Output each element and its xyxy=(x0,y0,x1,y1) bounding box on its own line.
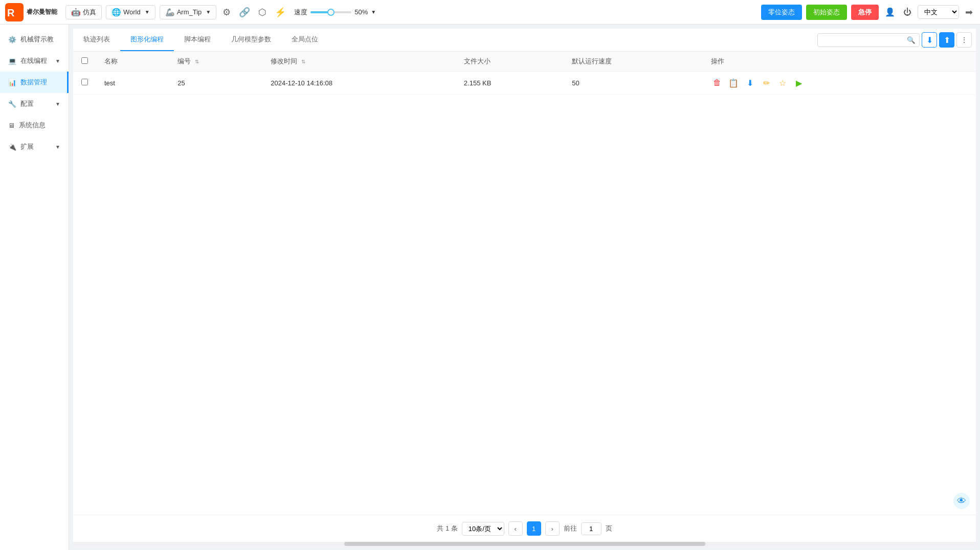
row-speed: 50 xyxy=(564,72,703,95)
speed-chevron-down[interactable]: ▼ xyxy=(371,9,376,15)
tab-graphic[interactable]: 图形化编程 xyxy=(120,29,174,51)
speed-control: 速度 50% ▼ xyxy=(294,8,376,17)
search-input[interactable] xyxy=(817,33,920,47)
goto-page-input[interactable] xyxy=(581,522,602,535)
logout-button[interactable]: ➡ xyxy=(963,5,975,20)
sidebar-item-config[interactable]: 🔧 配置 ▼ xyxy=(0,93,69,114)
speed-value: 50% xyxy=(354,8,368,16)
sort-modified-icon[interactable]: ⇅ xyxy=(301,59,305,64)
tab-script[interactable]: 脚本编程 xyxy=(174,29,221,51)
edit-button[interactable]: 📋 xyxy=(727,77,740,89)
arm-icon: 🦾 xyxy=(165,8,175,17)
sidebar-label-sysinfo: 系统信息 xyxy=(19,121,46,130)
svg-text:R: R xyxy=(7,7,15,18)
config-chevron-icon: ▼ xyxy=(55,101,60,107)
nav-icon-2[interactable]: 🔗 xyxy=(237,5,252,20)
online-chevron-icon: ▼ xyxy=(55,58,60,64)
extend-icon: 🔌 xyxy=(8,143,16,151)
world-dropdown[interactable]: 🌐 World ▼ xyxy=(106,5,155,19)
col-id-label: 编号 xyxy=(177,57,191,65)
row-download-button[interactable]: ⬇ xyxy=(744,77,756,89)
th-name: 名称 xyxy=(96,52,169,72)
page-unit: 页 xyxy=(606,524,612,533)
col-actions-label: 操作 xyxy=(711,57,724,65)
sim-button[interactable]: 🤖 仿真 xyxy=(65,5,102,19)
sort-id-icon[interactable]: ⇅ xyxy=(195,59,199,64)
row-modified-value: 2024-12-10 14:16:08 xyxy=(271,79,332,87)
bottom-scrollbar[interactable] xyxy=(73,542,976,546)
tab-trajectory[interactable]: 轨迹列表 xyxy=(73,29,120,51)
run-button[interactable]: ▶ xyxy=(793,77,805,89)
sidebar-label-extend: 扩展 xyxy=(20,142,34,151)
world-icon: 🌐 xyxy=(112,8,121,17)
nav-icon-3[interactable]: ⬡ xyxy=(256,5,269,20)
table-header: 名称 编号 ⇅ 修改时间 ⇅ 文件大小 xyxy=(73,52,976,72)
download-btn[interactable]: ⬇ xyxy=(922,32,937,48)
sidebar-item-data[interactable]: 📊 数据管理 xyxy=(0,72,69,93)
sub-tabs: 轨迹列表 图形化编程 脚本编程 几何模型参数 全局点位 🔍 ⬇ ⬆ ⋮ xyxy=(73,29,976,52)
table-row: test 25 2024-12-10 14:16:08 2.155 KB 50 xyxy=(73,72,976,95)
estop-button[interactable]: 急停 xyxy=(851,5,879,20)
logo-icon: R xyxy=(5,3,24,21)
prev-icon: ‹ xyxy=(515,525,517,533)
data-icon: 📊 xyxy=(8,79,16,86)
init-pose-button[interactable]: 初始姿态 xyxy=(806,5,847,20)
mechanical-icon: ⚙️ xyxy=(8,36,16,43)
table-wrap: 名称 编号 ⇅ 修改时间 ⇅ 文件大小 xyxy=(73,52,976,515)
user-icon-btn[interactable]: 👤 xyxy=(883,5,897,19)
language-select[interactable]: 中文 English xyxy=(918,5,959,19)
page-1-label: 1 xyxy=(532,525,536,533)
row-checkbox[interactable] xyxy=(81,79,88,85)
arm-label: Arm_Tip xyxy=(177,8,202,16)
config-icon: 🔧 xyxy=(8,100,16,108)
zero-pose-button[interactable]: 零位姿态 xyxy=(761,5,802,20)
favorite-button[interactable]: ☆ xyxy=(776,77,789,89)
arm-dropdown[interactable]: 🦾 Arm_Tip ▼ xyxy=(160,5,217,19)
sidebar-item-online[interactable]: 💻 在线编程 ▼ xyxy=(0,50,69,72)
rename-button[interactable]: ✏ xyxy=(760,77,772,89)
pagination-bar: 共 1 条 10条/页 20条/页 50条/页 ‹ 1 › 前往 页 xyxy=(73,515,976,542)
sidebar-label-online: 在线编程 xyxy=(20,56,47,65)
row-modified: 2024-12-10 14:16:08 xyxy=(262,72,455,95)
tab-globalpos[interactable]: 全局点位 xyxy=(281,29,328,51)
next-icon: › xyxy=(551,525,553,533)
top-nav: R 睿尔曼智能 🤖 仿真 🌐 World ▼ 🦾 Arm_Tip ▼ ⚙ 🔗 ⬡… xyxy=(0,0,980,25)
search-button[interactable]: 🔍 xyxy=(907,36,916,44)
data-table: 名称 编号 ⇅ 修改时间 ⇅ 文件大小 xyxy=(73,52,976,95)
row-checkbox-cell xyxy=(73,72,96,95)
sidebar-item-extend[interactable]: 🔌 扩展 ▼ xyxy=(0,136,69,157)
table-body: test 25 2024-12-10 14:16:08 2.155 KB 50 xyxy=(73,72,976,95)
col-modified-label: 修改时间 xyxy=(271,57,297,65)
page-size-select[interactable]: 10条/页 20条/页 50条/页 xyxy=(462,522,504,536)
select-all-checkbox[interactable] xyxy=(81,57,88,64)
sim-icon: 🤖 xyxy=(71,8,81,17)
sysinfo-icon: 🖥 xyxy=(8,122,15,129)
page-1-button[interactable]: 1 xyxy=(527,521,541,536)
goto-label: 前往 xyxy=(564,524,577,533)
eye-float-button[interactable]: 👁 xyxy=(953,493,970,509)
sidebar-item-mechanical[interactable]: ⚙️ 机械臂示教 xyxy=(0,29,69,50)
upload-btn[interactable]: ⬆ xyxy=(939,32,954,48)
speed-label: 速度 xyxy=(294,8,307,17)
col-name-label: 名称 xyxy=(104,57,118,65)
logo-text: 睿尔曼智能 xyxy=(27,8,57,16)
th-size: 文件大小 xyxy=(456,52,564,72)
nav-icon-4[interactable]: ⚡ xyxy=(273,5,288,20)
row-id: 25 xyxy=(169,72,262,95)
logo-area: R 睿尔曼智能 xyxy=(5,3,57,21)
action-buttons: 🗑 📋 ⬇ ✏ ☆ ▶ xyxy=(711,77,968,89)
nav-icon-1[interactable]: ⚙ xyxy=(220,5,233,20)
chevron-down-icon: ▼ xyxy=(145,9,150,15)
delete-button[interactable]: 🗑 xyxy=(711,77,723,89)
world-label: World xyxy=(123,8,141,16)
sidebar-item-sysinfo[interactable]: 🖥 系统信息 xyxy=(0,114,69,136)
more-btn[interactable]: ⋮ xyxy=(956,32,972,48)
power-icon-btn[interactable]: ⏻ xyxy=(901,6,914,19)
tab-geometry[interactable]: 几何模型参数 xyxy=(221,29,281,51)
search-wrap: 🔍 xyxy=(817,33,920,47)
next-page-button[interactable]: › xyxy=(545,521,560,536)
speed-slider[interactable] xyxy=(310,11,351,13)
eye-icon: 👁 xyxy=(957,496,966,507)
prev-page-button[interactable]: ‹ xyxy=(508,521,523,536)
row-id-value: 25 xyxy=(177,79,185,87)
